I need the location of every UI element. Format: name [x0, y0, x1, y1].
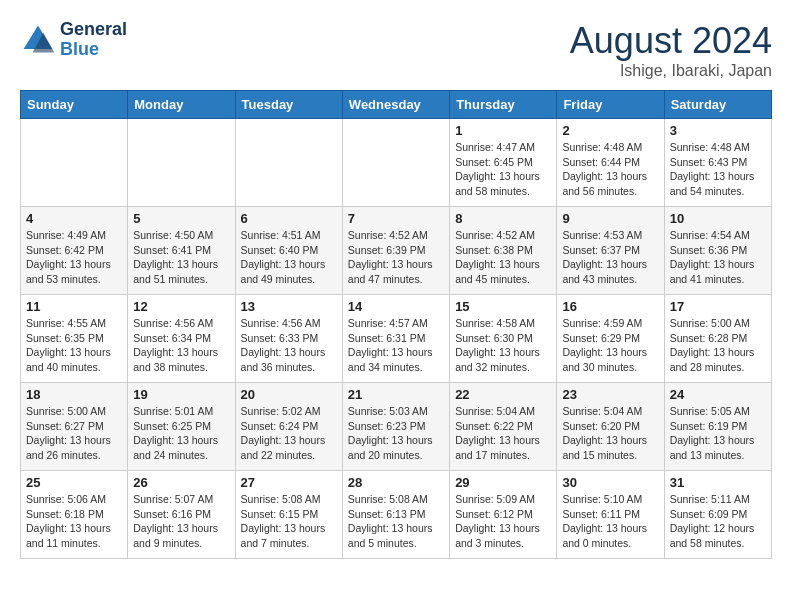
day-number: 30 — [562, 475, 658, 490]
day-number: 5 — [133, 211, 229, 226]
day-number: 6 — [241, 211, 337, 226]
day-detail: Sunrise: 5:08 AMSunset: 6:13 PMDaylight:… — [348, 492, 444, 551]
day-number: 23 — [562, 387, 658, 402]
day-detail: Sunrise: 4:52 AMSunset: 6:39 PMDaylight:… — [348, 228, 444, 287]
day-number: 3 — [670, 123, 766, 138]
page-header: General Blue August 2024 Ishige, Ibaraki… — [20, 20, 772, 80]
calendar-cell: 28Sunrise: 5:08 AMSunset: 6:13 PMDayligh… — [342, 471, 449, 559]
calendar-cell: 6Sunrise: 4:51 AMSunset: 6:40 PMDaylight… — [235, 207, 342, 295]
day-number: 18 — [26, 387, 122, 402]
calendar-cell — [21, 119, 128, 207]
calendar-cell: 12Sunrise: 4:56 AMSunset: 6:34 PMDayligh… — [128, 295, 235, 383]
calendar-cell: 20Sunrise: 5:02 AMSunset: 6:24 PMDayligh… — [235, 383, 342, 471]
logo-icon — [20, 22, 56, 58]
calendar-cell: 10Sunrise: 4:54 AMSunset: 6:36 PMDayligh… — [664, 207, 771, 295]
day-detail: Sunrise: 4:49 AMSunset: 6:42 PMDaylight:… — [26, 228, 122, 287]
weekday-header: Saturday — [664, 91, 771, 119]
month-title: August 2024 — [570, 20, 772, 62]
day-number: 10 — [670, 211, 766, 226]
day-detail: Sunrise: 4:51 AMSunset: 6:40 PMDaylight:… — [241, 228, 337, 287]
calendar-week-row: 25Sunrise: 5:06 AMSunset: 6:18 PMDayligh… — [21, 471, 772, 559]
calendar-cell: 8Sunrise: 4:52 AMSunset: 6:38 PMDaylight… — [450, 207, 557, 295]
day-number: 15 — [455, 299, 551, 314]
calendar-week-row: 18Sunrise: 5:00 AMSunset: 6:27 PMDayligh… — [21, 383, 772, 471]
day-number: 29 — [455, 475, 551, 490]
logo-text: General Blue — [60, 20, 127, 60]
calendar-cell — [342, 119, 449, 207]
day-detail: Sunrise: 4:56 AMSunset: 6:33 PMDaylight:… — [241, 316, 337, 375]
calendar-cell: 11Sunrise: 4:55 AMSunset: 6:35 PMDayligh… — [21, 295, 128, 383]
day-number: 11 — [26, 299, 122, 314]
day-detail: Sunrise: 5:08 AMSunset: 6:15 PMDaylight:… — [241, 492, 337, 551]
day-detail: Sunrise: 5:11 AMSunset: 6:09 PMDaylight:… — [670, 492, 766, 551]
weekday-header: Monday — [128, 91, 235, 119]
calendar-week-row: 1Sunrise: 4:47 AMSunset: 6:45 PMDaylight… — [21, 119, 772, 207]
day-number: 27 — [241, 475, 337, 490]
day-detail: Sunrise: 5:04 AMSunset: 6:20 PMDaylight:… — [562, 404, 658, 463]
day-detail: Sunrise: 4:56 AMSunset: 6:34 PMDaylight:… — [133, 316, 229, 375]
calendar-cell: 7Sunrise: 4:52 AMSunset: 6:39 PMDaylight… — [342, 207, 449, 295]
day-detail: Sunrise: 5:04 AMSunset: 6:22 PMDaylight:… — [455, 404, 551, 463]
day-detail: Sunrise: 5:00 AMSunset: 6:28 PMDaylight:… — [670, 316, 766, 375]
logo: General Blue — [20, 20, 127, 60]
calendar-cell: 17Sunrise: 5:00 AMSunset: 6:28 PMDayligh… — [664, 295, 771, 383]
day-detail: Sunrise: 5:02 AMSunset: 6:24 PMDaylight:… — [241, 404, 337, 463]
calendar-cell: 24Sunrise: 5:05 AMSunset: 6:19 PMDayligh… — [664, 383, 771, 471]
day-detail: Sunrise: 4:58 AMSunset: 6:30 PMDaylight:… — [455, 316, 551, 375]
day-detail: Sunrise: 5:07 AMSunset: 6:16 PMDaylight:… — [133, 492, 229, 551]
calendar-cell: 14Sunrise: 4:57 AMSunset: 6:31 PMDayligh… — [342, 295, 449, 383]
weekday-header-row: SundayMondayTuesdayWednesdayThursdayFrid… — [21, 91, 772, 119]
calendar-cell: 2Sunrise: 4:48 AMSunset: 6:44 PMDaylight… — [557, 119, 664, 207]
day-number: 7 — [348, 211, 444, 226]
weekday-header: Thursday — [450, 91, 557, 119]
calendar-week-row: 4Sunrise: 4:49 AMSunset: 6:42 PMDaylight… — [21, 207, 772, 295]
weekday-header: Tuesday — [235, 91, 342, 119]
day-number: 9 — [562, 211, 658, 226]
calendar-cell: 27Sunrise: 5:08 AMSunset: 6:15 PMDayligh… — [235, 471, 342, 559]
day-number: 1 — [455, 123, 551, 138]
calendar-cell: 5Sunrise: 4:50 AMSunset: 6:41 PMDaylight… — [128, 207, 235, 295]
calendar-cell: 23Sunrise: 5:04 AMSunset: 6:20 PMDayligh… — [557, 383, 664, 471]
calendar-cell: 15Sunrise: 4:58 AMSunset: 6:30 PMDayligh… — [450, 295, 557, 383]
calendar-cell: 13Sunrise: 4:56 AMSunset: 6:33 PMDayligh… — [235, 295, 342, 383]
day-detail: Sunrise: 5:01 AMSunset: 6:25 PMDaylight:… — [133, 404, 229, 463]
day-number: 16 — [562, 299, 658, 314]
calendar-cell: 21Sunrise: 5:03 AMSunset: 6:23 PMDayligh… — [342, 383, 449, 471]
day-number: 24 — [670, 387, 766, 402]
day-detail: Sunrise: 5:05 AMSunset: 6:19 PMDaylight:… — [670, 404, 766, 463]
calendar-cell: 16Sunrise: 4:59 AMSunset: 6:29 PMDayligh… — [557, 295, 664, 383]
calendar-table: SundayMondayTuesdayWednesdayThursdayFrid… — [20, 90, 772, 559]
day-detail: Sunrise: 4:47 AMSunset: 6:45 PMDaylight:… — [455, 140, 551, 199]
calendar-cell: 29Sunrise: 5:09 AMSunset: 6:12 PMDayligh… — [450, 471, 557, 559]
day-number: 4 — [26, 211, 122, 226]
day-number: 21 — [348, 387, 444, 402]
calendar-cell: 19Sunrise: 5:01 AMSunset: 6:25 PMDayligh… — [128, 383, 235, 471]
calendar-week-row: 11Sunrise: 4:55 AMSunset: 6:35 PMDayligh… — [21, 295, 772, 383]
calendar-cell: 1Sunrise: 4:47 AMSunset: 6:45 PMDaylight… — [450, 119, 557, 207]
day-detail: Sunrise: 4:55 AMSunset: 6:35 PMDaylight:… — [26, 316, 122, 375]
title-section: August 2024 Ishige, Ibaraki, Japan — [570, 20, 772, 80]
day-number: 28 — [348, 475, 444, 490]
day-detail: Sunrise: 4:57 AMSunset: 6:31 PMDaylight:… — [348, 316, 444, 375]
day-detail: Sunrise: 4:48 AMSunset: 6:43 PMDaylight:… — [670, 140, 766, 199]
calendar-cell: 3Sunrise: 4:48 AMSunset: 6:43 PMDaylight… — [664, 119, 771, 207]
day-detail: Sunrise: 4:50 AMSunset: 6:41 PMDaylight:… — [133, 228, 229, 287]
day-detail: Sunrise: 4:48 AMSunset: 6:44 PMDaylight:… — [562, 140, 658, 199]
day-detail: Sunrise: 5:03 AMSunset: 6:23 PMDaylight:… — [348, 404, 444, 463]
day-detail: Sunrise: 5:09 AMSunset: 6:12 PMDaylight:… — [455, 492, 551, 551]
weekday-header: Friday — [557, 91, 664, 119]
day-number: 19 — [133, 387, 229, 402]
day-number: 2 — [562, 123, 658, 138]
day-number: 25 — [26, 475, 122, 490]
day-detail: Sunrise: 5:00 AMSunset: 6:27 PMDaylight:… — [26, 404, 122, 463]
location: Ishige, Ibaraki, Japan — [570, 62, 772, 80]
day-number: 17 — [670, 299, 766, 314]
calendar-cell: 9Sunrise: 4:53 AMSunset: 6:37 PMDaylight… — [557, 207, 664, 295]
day-number: 8 — [455, 211, 551, 226]
day-detail: Sunrise: 5:10 AMSunset: 6:11 PMDaylight:… — [562, 492, 658, 551]
day-number: 26 — [133, 475, 229, 490]
day-number: 14 — [348, 299, 444, 314]
weekday-header: Sunday — [21, 91, 128, 119]
calendar-cell — [128, 119, 235, 207]
calendar-cell: 31Sunrise: 5:11 AMSunset: 6:09 PMDayligh… — [664, 471, 771, 559]
